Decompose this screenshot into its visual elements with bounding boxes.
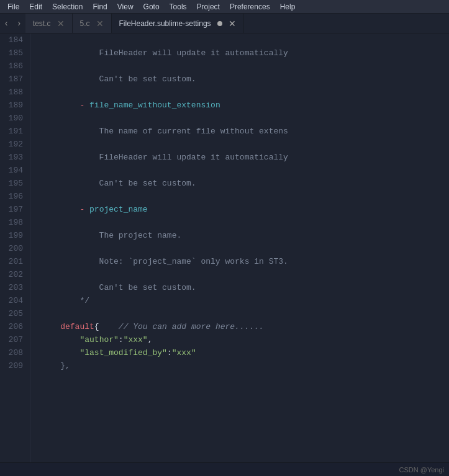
code-line[interactable]: }, [41, 359, 449, 372]
menu-help[interactable]: Help [275, 0, 301, 13]
line-number: 199 [5, 229, 23, 242]
line-number: 186 [5, 60, 23, 73]
line-number: 192 [5, 138, 23, 151]
code-line[interactable] [41, 164, 449, 177]
code-line[interactable] [41, 268, 449, 281]
menu-file[interactable]: File [2, 0, 24, 13]
tab-test-c-label: test.c [33, 19, 51, 28]
code-line[interactable]: - project_name [41, 203, 449, 216]
code-line[interactable] [41, 216, 449, 229]
code-line[interactable] [41, 138, 449, 151]
code-line[interactable] [41, 242, 449, 255]
line-number: 185 [5, 47, 23, 60]
tab-nav-prev[interactable]: ‹ [0, 14, 12, 33]
code-line[interactable]: "last_modified_by":"xxx" [41, 346, 449, 359]
tab-bar: ‹ › test.c ✕ 5.c ✕ FileHeader.sublime-se… [0, 14, 449, 34]
line-number: 197 [5, 203, 23, 216]
menu-preferences[interactable]: Preferences [225, 0, 275, 13]
line-number: 188 [5, 86, 23, 99]
tab-fileheader-label: FileHeader.sublime-settings [119, 19, 211, 28]
code-line[interactable]: Can't be set custom. [41, 177, 449, 190]
line-number: 202 [5, 268, 23, 281]
code-line[interactable] [41, 307, 449, 320]
menu-project[interactable]: Project [192, 0, 225, 13]
menu-edit[interactable]: Edit [24, 0, 47, 13]
line-number: 193 [5, 151, 23, 164]
tab-fileheader-modified-dot [217, 21, 222, 26]
menu-goto[interactable]: Goto [138, 0, 165, 13]
line-number: 206 [5, 320, 23, 333]
code-line[interactable] [41, 112, 449, 125]
line-number: 187 [5, 73, 23, 86]
menu-selection[interactable]: Selection [47, 0, 88, 13]
menu-tools[interactable]: Tools [165, 0, 192, 13]
tab-5-c[interactable]: 5.c ✕ [73, 14, 112, 33]
tab-5-c-close[interactable]: ✕ [96, 19, 104, 29]
tab-test-c[interactable]: test.c ✕ [25, 14, 73, 33]
status-bar: CSDN @Yengi [0, 462, 449, 476]
line-number: 201 [5, 255, 23, 268]
code-line[interactable]: default{ // You can add more here...... [41, 320, 449, 333]
code-line[interactable]: */ [41, 294, 449, 307]
code-line[interactable]: The project name. [41, 229, 449, 242]
code-line[interactable]: The name of current file without extens [41, 125, 449, 138]
menu-view[interactable]: View [112, 0, 138, 13]
editor: 1841851861871881891901911921931941951961… [0, 34, 449, 462]
code-line[interactable] [41, 86, 449, 99]
line-number: 195 [5, 177, 23, 190]
tab-fileheader[interactable]: FileHeader.sublime-settings ✕ [112, 14, 244, 33]
code-line[interactable]: FileHeader will update it automatically [41, 151, 449, 164]
line-number: 208 [5, 346, 23, 359]
code-line[interactable]: FileHeader will update it automatically [41, 47, 449, 60]
code-area[interactable]: FileHeader will update it automatically … [31, 34, 449, 462]
status-credit: CSDN @Yengi [399, 466, 444, 474]
menu-find[interactable]: Find [88, 0, 112, 13]
code-line[interactable]: "author":"xxx", [41, 333, 449, 346]
line-number: 209 [5, 359, 23, 372]
line-number: 194 [5, 164, 23, 177]
line-number: 205 [5, 307, 23, 320]
line-numbers: 1841851861871881891901911921931941951961… [0, 34, 31, 462]
line-number: 198 [5, 216, 23, 229]
code-line[interactable]: Note: `project_name` only works in ST3. [41, 255, 449, 268]
code-line[interactable]: Can't be set custom. [41, 281, 449, 294]
line-number: 190 [5, 112, 23, 125]
line-number: 200 [5, 242, 23, 255]
tab-fileheader-close[interactable]: ✕ [229, 19, 236, 29]
tab-nav-next[interactable]: › [12, 14, 25, 33]
line-number: 196 [5, 190, 23, 203]
tab-5-c-label: 5.c [80, 19, 90, 28]
menu-bar: File Edit Selection Find View Goto Tools… [0, 0, 449, 14]
line-number: 189 [5, 99, 23, 112]
line-number: 203 [5, 281, 23, 294]
code-line[interactable]: Can't be set custom. [41, 73, 449, 86]
line-number: 207 [5, 333, 23, 346]
line-number: 184 [5, 34, 23, 47]
line-number: 204 [5, 294, 23, 307]
tab-test-c-close[interactable]: ✕ [57, 19, 65, 29]
code-line[interactable]: - file_name_without_extension [41, 99, 449, 112]
code-line[interactable] [41, 60, 449, 73]
line-number: 191 [5, 125, 23, 138]
code-line[interactable] [41, 190, 449, 203]
code-line[interactable] [41, 34, 449, 47]
